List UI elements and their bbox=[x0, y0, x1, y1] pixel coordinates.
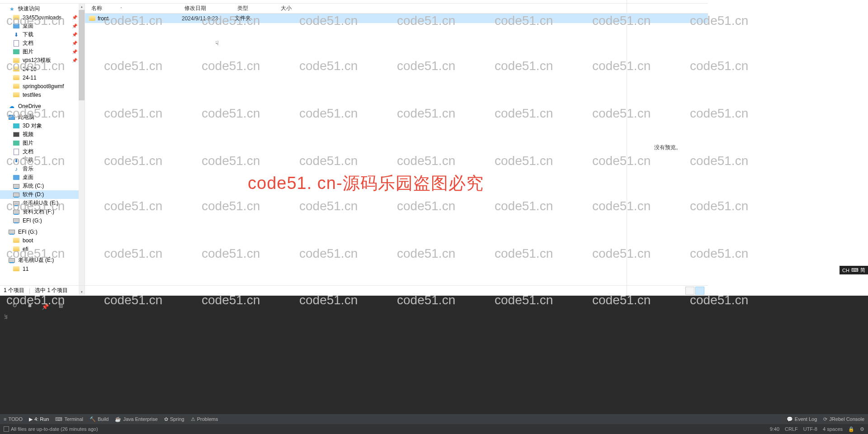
ide-toolbar: ↻ ■ 📌 🗑 bbox=[10, 299, 65, 311]
nav-item-label: 音乐 bbox=[23, 165, 33, 173]
nav-item-下载[interactable]: ⬇下载 bbox=[0, 156, 85, 165]
nav-item-efi[interactable]: efi bbox=[0, 245, 85, 253]
status-count: 1 个项目 bbox=[4, 287, 24, 294]
drv-icon bbox=[13, 191, 20, 198]
nav-item-桌面[interactable]: 桌面📌 bbox=[0, 22, 85, 30]
ime-mode-icon: ⌨ bbox=[851, 267, 859, 273]
col-date[interactable]: 修改日期 bbox=[182, 5, 235, 12]
nav-label: 此电脑 bbox=[18, 113, 34, 121]
scroll-up-button[interactable]: ▴ bbox=[79, 4, 85, 10]
nav-item-视频[interactable]: 视频 bbox=[0, 130, 85, 139]
nav-item-音乐[interactable]: ♪音乐 bbox=[0, 165, 85, 173]
nav-item-文档[interactable]: 文档 bbox=[0, 147, 85, 156]
doc-icon bbox=[13, 40, 20, 47]
nav-item-11[interactable]: 11 bbox=[0, 264, 85, 273]
nav-item-老毛桃U盘 (E:)[interactable]: 老毛桃U盘 (E:) bbox=[0, 199, 85, 208]
nav-item-label: 老毛桃U盘 (E:) bbox=[23, 199, 58, 207]
pin-icon: 📌 bbox=[72, 15, 77, 20]
col-size[interactable]: 大小 bbox=[278, 5, 305, 12]
nav-item-24-10[interactable]: 24-10 bbox=[0, 65, 85, 73]
nav-item-label: 3D 对象 bbox=[23, 122, 42, 130]
ide-status-sep[interactable]: CRLF bbox=[785, 426, 798, 432]
tab-icon: ✿ bbox=[164, 416, 168, 422]
nav-item-软件 (D:)[interactable]: 软件 (D:) bbox=[0, 190, 85, 199]
nav-item-springboot8gwmf[interactable]: springboot8gwmf bbox=[0, 82, 85, 90]
scroll-thumb[interactable] bbox=[79, 10, 85, 100]
nav-item-2345Downloads[interactable]: 2345Downloads📌 bbox=[0, 13, 85, 22]
pin-icon: 📌 bbox=[72, 49, 77, 54]
ide-tab-Event-Log[interactable]: 💬 Event Log bbox=[787, 416, 817, 422]
ide-settings-icon[interactable]: ⚙ bbox=[860, 426, 864, 432]
nav-item-系统 (C:)[interactable]: 系统 (C:) bbox=[0, 182, 85, 190]
navigation-pane[interactable]: ★ 快速访问 2345Downloads📌桌面📌⬇下载📌文档📌图片📌vps123… bbox=[0, 4, 85, 295]
file-list-pane: 名称˄ 修改日期 类型 大小 front2024/9/11 9:23文件夹 ☟ bbox=[85, 4, 708, 295]
ime-lang: CH bbox=[842, 268, 849, 273]
nav-label: 快速访问 bbox=[18, 5, 40, 13]
nav-scrollbar[interactable]: ▴ ▾ bbox=[79, 4, 85, 295]
stop-button[interactable]: ■ bbox=[25, 301, 34, 310]
nav-item-label: testfiles bbox=[23, 92, 41, 98]
ide-tab-Problems[interactable]: ⚠ Problems bbox=[191, 416, 218, 422]
ime-indicator[interactable]: CH ⌨ 简 bbox=[840, 266, 868, 274]
ide-tab-Build[interactable]: 🔨 Build bbox=[90, 416, 108, 422]
rerun-button[interactable]: ↻ bbox=[10, 301, 19, 310]
nav-usb-drive[interactable]: 老毛桃U盘 (E:) bbox=[0, 256, 85, 264]
ide-tab-Terminal[interactable]: ⌨ Terminal bbox=[55, 416, 83, 422]
nav-item-label: 桌面 bbox=[23, 174, 33, 181]
nav-item-EFI (G:)[interactable]: EFI (G:) bbox=[0, 216, 85, 225]
nav-item-资料文档 (F:)[interactable]: 资料文档 (F:) bbox=[0, 208, 85, 216]
ide-tab-Spring[interactable]: ✿ Spring bbox=[164, 416, 184, 422]
nav-item-桌面[interactable]: 桌面 bbox=[0, 173, 85, 182]
fld-icon bbox=[13, 74, 20, 81]
file-rows[interactable]: front2024/9/11 9:23文件夹 ☟ bbox=[85, 14, 708, 295]
ide-lock-icon[interactable]: 🔒 bbox=[848, 426, 854, 432]
nav-item-图片[interactable]: 图片 bbox=[0, 139, 85, 147]
nav-quick-access[interactable]: ★ 快速访问 bbox=[0, 5, 85, 13]
nav-efi-drive[interactable]: EFI (G:) bbox=[0, 227, 85, 236]
col-name[interactable]: 名称˄ bbox=[89, 5, 182, 12]
drv-icon bbox=[13, 200, 20, 207]
ime-han: 简 bbox=[860, 267, 865, 274]
nav-item-boot[interactable]: boot bbox=[0, 236, 85, 245]
ide-status-bar: All files are up-to-date (26 minutes ago… bbox=[0, 424, 868, 434]
ide-tab-4-Run[interactable]: ▶ 4: Run bbox=[29, 416, 49, 422]
status-selection: 选中 1 个项目 bbox=[35, 287, 68, 294]
column-headers: 名称˄ 修改日期 类型 大小 bbox=[85, 4, 708, 14]
ide-status-enc[interactable]: UTF-8 bbox=[803, 426, 817, 432]
nav-item-24-11[interactable]: 24-11 bbox=[0, 73, 85, 82]
file-row[interactable]: front2024/9/11 9:23文件夹 bbox=[85, 14, 708, 23]
fld-icon bbox=[13, 83, 20, 90]
nav-item-下载[interactable]: ⬇下载📌 bbox=[0, 30, 85, 39]
nav-item-文档[interactable]: 文档📌 bbox=[0, 39, 85, 47]
file-name: front bbox=[98, 15, 182, 22]
view-icons-button[interactable] bbox=[695, 287, 704, 295]
nav-item-图片[interactable]: 图片📌 bbox=[0, 47, 85, 56]
pin-button[interactable]: 📌 bbox=[41, 302, 50, 311]
delete-button[interactable]: 🗑 bbox=[56, 301, 65, 310]
tab-icon: ☕ bbox=[115, 416, 121, 422]
nav-item-vps123模板[interactable]: vps123模板📌 bbox=[0, 56, 85, 65]
ide-status-indent[interactable]: 4 spaces bbox=[823, 426, 843, 432]
col-type[interactable]: 类型 bbox=[235, 5, 278, 12]
nav-item-testfiles[interactable]: testfiles bbox=[0, 90, 85, 99]
status-checkbox[interactable] bbox=[4, 426, 9, 432]
ide-status-pos[interactable]: 9:40 bbox=[770, 426, 779, 432]
nav-this-pc[interactable]: 此电脑 bbox=[0, 113, 85, 122]
view-details-button[interactable] bbox=[685, 287, 694, 295]
nav-onedrive[interactable]: ☁ OneDrive bbox=[0, 102, 85, 110]
ide-tab-jrebel[interactable]: JR bbox=[4, 314, 8, 319]
ide-tab-TODO[interactable]: ≡ TODO bbox=[4, 416, 23, 422]
nav-item-3D 对象[interactable]: 3D 对象 bbox=[0, 122, 85, 130]
pic-icon bbox=[13, 48, 20, 56]
ide-status-message: All files are up-to-date (26 minutes ago… bbox=[11, 426, 98, 432]
tab-icon: ⟳ bbox=[823, 416, 827, 422]
ide-tab-Java-Enterprise[interactable]: ☕ Java Enterprise bbox=[115, 416, 157, 422]
download-icon: ⬇ bbox=[13, 31, 20, 38]
nav-item-label: EFI (G:) bbox=[23, 217, 42, 224]
star-icon: ★ bbox=[8, 5, 15, 13]
desk-icon bbox=[13, 174, 20, 181]
tab-icon: 🔨 bbox=[90, 416, 96, 422]
doc-icon bbox=[13, 148, 20, 156]
ide-tab-JRebel-Console[interactable]: ⟳ JRebel Console bbox=[823, 416, 864, 422]
nav-item-label: vps123模板 bbox=[23, 57, 51, 64]
